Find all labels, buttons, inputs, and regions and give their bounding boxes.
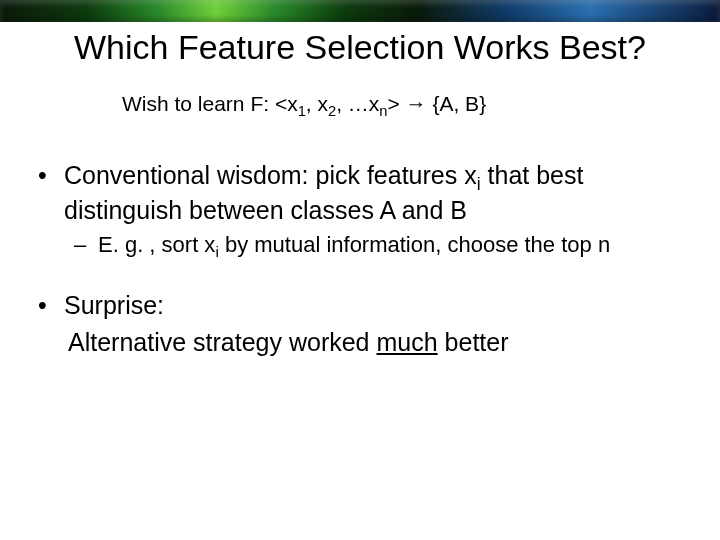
- bullet-text: E. g. , sort x: [98, 232, 215, 257]
- underlined-much: much: [376, 328, 437, 356]
- bullet-conventional-wisdom: Conventional wisdom: pick features xi th…: [38, 160, 690, 226]
- bullet-text: better: [438, 328, 509, 356]
- subtitle-sub-n: n: [379, 103, 387, 119]
- slide: Which Feature Selection Works Best? Wish…: [0, 0, 720, 540]
- bullet-surprise-cont: Alternative strategy worked much better: [38, 327, 690, 358]
- bullet-surprise: Surprise:: [38, 290, 690, 321]
- subtitle-text: , …x: [336, 92, 379, 115]
- subtitle-text: , x: [306, 92, 328, 115]
- bullet-text: Alternative strategy worked: [68, 328, 376, 356]
- slide-subtitle: Wish to learn F: <x1, x2, …xn> → {A, B}: [122, 92, 486, 119]
- subtitle-sub-2: 2: [328, 103, 336, 119]
- banner-decoration: [0, 0, 720, 22]
- subtitle-sub-1: 1: [298, 103, 306, 119]
- bullet-example: E. g. , sort xi by mutual information, c…: [38, 232, 690, 262]
- slide-title: Which Feature Selection Works Best?: [0, 28, 720, 67]
- bullet-text: Surprise:: [64, 291, 164, 319]
- bullet-text: by mutual information, choose the top n: [219, 232, 610, 257]
- bullet-text: Conventional wisdom: pick features x: [64, 161, 477, 189]
- subtitle-text: Wish to learn F: <x: [122, 92, 298, 115]
- slide-body: Conventional wisdom: pick features xi th…: [38, 160, 690, 357]
- subtitle-text: > → {A, B}: [388, 92, 487, 115]
